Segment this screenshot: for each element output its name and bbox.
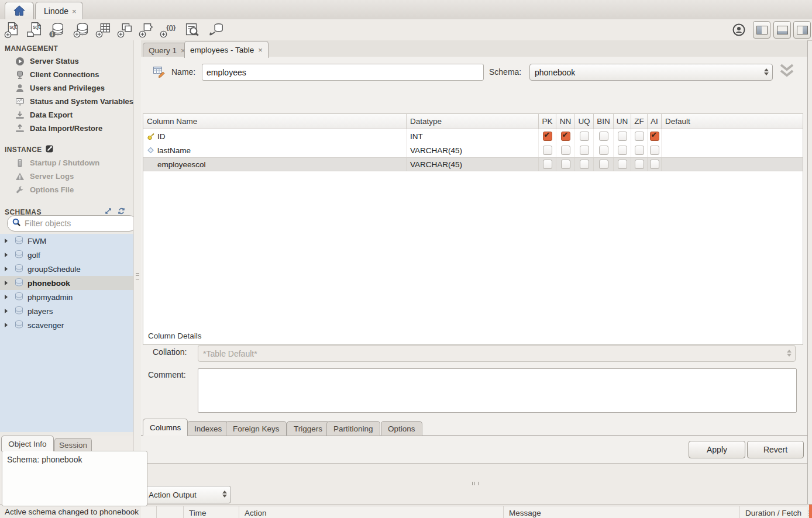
- tab-foreign-keys[interactable]: Foreign Keys: [226, 421, 287, 436]
- tab-columns[interactable]: Columns: [143, 419, 188, 436]
- sidebar-item-server-logs[interactable]: Server Logs: [0, 170, 133, 183]
- toggle-right-sidebar-button[interactable]: [793, 21, 811, 39]
- expander-icon[interactable]: [5, 295, 11, 299]
- output-header-time[interactable]: Time: [184, 506, 239, 518]
- revert-button[interactable]: Revert: [747, 441, 804, 458]
- expander-icon[interactable]: [5, 323, 11, 327]
- column-row-lastname[interactable]: lastName VARCHAR(45): [143, 143, 803, 157]
- nn-checkbox[interactable]: [561, 160, 570, 169]
- tab-options[interactable]: Options: [381, 421, 422, 436]
- apply-button[interactable]: Apply: [689, 441, 745, 458]
- column-row-id[interactable]: ID INT: [143, 129, 803, 143]
- ai-checkbox[interactable]: [650, 132, 659, 141]
- expander-icon[interactable]: [5, 309, 11, 313]
- uq-checkbox[interactable]: [580, 132, 589, 141]
- header-ai[interactable]: AI: [648, 114, 662, 129]
- new-table-icon[interactable]: [94, 20, 113, 39]
- sidebar-item-server-status[interactable]: Server Status: [0, 54, 133, 68]
- connection-tab[interactable]: Linode ×: [35, 2, 83, 20]
- database-info-icon[interactable]: i: [47, 20, 67, 39]
- schema-select[interactable]: phonebook: [529, 64, 773, 81]
- un-checkbox[interactable]: [618, 146, 627, 155]
- toggle-left-sidebar-button[interactable]: [753, 21, 770, 39]
- bin-checkbox[interactable]: [599, 146, 608, 155]
- header-default[interactable]: Default: [662, 114, 803, 129]
- expander-icon[interactable]: [5, 253, 11, 257]
- data-transfer-icon[interactable]: [206, 20, 226, 39]
- header-un[interactable]: UN: [614, 114, 631, 129]
- sidebar-item-client-connections[interactable]: Client Connections: [0, 68, 133, 81]
- collapse-form-icon[interactable]: [777, 61, 796, 82]
- pk-checkbox[interactable]: [543, 132, 552, 141]
- header-uq[interactable]: UQ: [575, 114, 594, 129]
- search-table-data-icon[interactable]: [182, 20, 202, 39]
- ai-checkbox[interactable]: [650, 146, 659, 155]
- comment-textarea[interactable]: [198, 368, 797, 413]
- column-row-employeescol[interactable]: employeescol VARCHAR(45): [143, 157, 803, 171]
- bin-checkbox[interactable]: [599, 132, 608, 141]
- sidebar-item-data-import[interactable]: Data Import/Restore: [0, 122, 133, 135]
- new-schema-icon[interactable]: [71, 20, 91, 39]
- table-name-input[interactable]: employees: [202, 64, 484, 81]
- header-bin[interactable]: BIN: [594, 114, 614, 129]
- pk-checkbox[interactable]: [543, 146, 552, 155]
- nn-checkbox[interactable]: [561, 146, 570, 155]
- sidebar-item-system-variables[interactable]: Status and System Variables: [0, 95, 133, 108]
- output-header-action[interactable]: Action: [239, 506, 504, 518]
- schema-item-groupschedule[interactable]: groupSchedule: [0, 262, 133, 276]
- ai-checkbox[interactable]: [650, 160, 659, 169]
- schema-item-phpmyadmin[interactable]: phpmyadmin: [0, 290, 133, 304]
- tab-employees-table[interactable]: employees - Table×: [184, 41, 269, 58]
- un-checkbox[interactable]: [618, 132, 627, 141]
- uq-checkbox[interactable]: [580, 146, 589, 155]
- new-routine-icon[interactable]: [137, 20, 157, 39]
- expander-icon[interactable]: [5, 267, 11, 271]
- output-header-message[interactable]: Message: [504, 506, 740, 518]
- sidebar-item-users-privileges[interactable]: Users and Privileges: [0, 81, 133, 95]
- horizontal-splitter[interactable]: [472, 482, 479, 485]
- new-sql-tab-icon[interactable]: SQL: [2, 20, 22, 39]
- tab-object-info[interactable]: Object Info: [1, 436, 54, 451]
- header-pk[interactable]: PK: [539, 114, 556, 129]
- zf-checkbox[interactable]: [635, 160, 644, 169]
- header-datatype[interactable]: Datatype: [407, 114, 539, 129]
- tab-triggers[interactable]: Triggers: [287, 421, 329, 436]
- close-icon[interactable]: ×: [258, 46, 263, 54]
- expander-icon[interactable]: [5, 281, 11, 285]
- default-cell[interactable]: [662, 158, 803, 171]
- output-header-duration[interactable]: Duration / Fetch: [740, 506, 807, 518]
- tab-indexes[interactable]: Indexes: [187, 421, 229, 436]
- tab-session[interactable]: Session: [54, 438, 92, 451]
- nn-checkbox[interactable]: [561, 132, 570, 141]
- sidebar-item-options-file[interactable]: Options File: [0, 183, 133, 196]
- schema-item-fwm[interactable]: FWM: [0, 234, 133, 248]
- close-icon[interactable]: ×: [72, 7, 77, 16]
- un-checkbox[interactable]: [618, 160, 627, 169]
- uq-checkbox[interactable]: [580, 160, 589, 169]
- header-column-name[interactable]: Column Name: [143, 114, 407, 129]
- sidebar-item-data-export[interactable]: Data Export: [0, 108, 133, 122]
- toggle-bottom-panel-button[interactable]: [773, 21, 791, 39]
- schema-item-phonebook[interactable]: phonebook: [0, 276, 133, 290]
- default-cell[interactable]: [662, 129, 803, 143]
- header-zf[interactable]: ZF: [631, 114, 648, 129]
- new-function-icon[interactable]: {()}: [158, 20, 178, 39]
- new-view-icon[interactable]: [115, 20, 135, 39]
- pk-checkbox[interactable]: [543, 160, 552, 169]
- user-status-icon[interactable]: [729, 20, 749, 39]
- zf-checkbox[interactable]: [635, 146, 644, 155]
- header-nn[interactable]: NN: [556, 114, 575, 129]
- sidebar-item-startup-shutdown[interactable]: Startup / Shutdown: [0, 156, 133, 170]
- default-cell[interactable]: [662, 143, 803, 157]
- open-sql-script-icon[interactable]: SQL: [25, 20, 44, 39]
- bin-checkbox[interactable]: [599, 160, 608, 169]
- home-tab[interactable]: [5, 2, 34, 20]
- collation-select[interactable]: *Table Default*: [198, 345, 796, 362]
- schema-item-golf[interactable]: golf: [0, 248, 133, 262]
- expander-icon[interactable]: [5, 239, 11, 243]
- tab-partitioning[interactable]: Partitioning: [326, 421, 380, 436]
- schema-filter-input[interactable]: Filter objects: [7, 215, 137, 232]
- schema-item-players[interactable]: players: [0, 304, 133, 318]
- schema-item-scavenger[interactable]: scavenger: [0, 318, 133, 332]
- zf-checkbox[interactable]: [635, 132, 644, 141]
